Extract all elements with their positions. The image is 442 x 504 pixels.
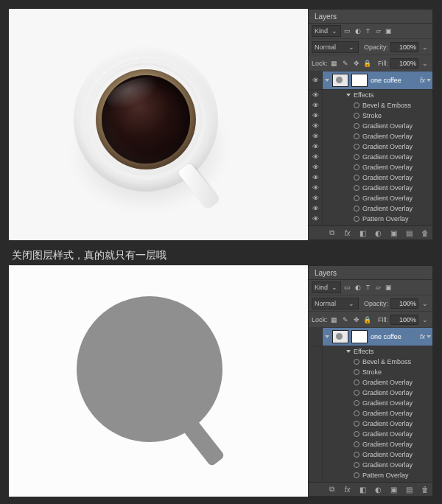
group-icon[interactable]: ▣ — [389, 485, 399, 494]
effect-item[interactable]: Gradient Overlay — [309, 377, 432, 388]
effect-toggle-icon[interactable] — [354, 359, 359, 365]
filter-smart-icon[interactable]: ▣ — [385, 27, 393, 35]
effect-item[interactable]: Pattern Overlay — [309, 470, 432, 480]
lock-move-icon[interactable]: ✥ — [352, 315, 361, 324]
effect-item[interactable]: 👁Gradient Overlay — [309, 121, 432, 131]
effect-toggle-icon[interactable] — [354, 185, 359, 191]
layer-thumb[interactable] — [332, 74, 348, 87]
effect-toggle-icon[interactable] — [354, 462, 359, 468]
effect-toggle-icon[interactable] — [354, 154, 359, 160]
layer-name[interactable]: one coffee — [371, 77, 401, 84]
expand-toggle[interactable] — [325, 335, 329, 338]
link-icon[interactable]: ⧉ — [327, 485, 337, 494]
expand-toggle[interactable] — [325, 79, 329, 82]
new-layer-icon[interactable]: ▤ — [404, 485, 414, 494]
effect-item[interactable]: 👁Gradient Overlay — [309, 203, 432, 214]
effect-toggle-icon[interactable] — [354, 400, 359, 406]
link-icon[interactable]: ⧉ — [327, 228, 337, 238]
mask-icon[interactable]: ◧ — [358, 485, 368, 494]
effect-item[interactable]: Gradient Overlay — [309, 419, 432, 429]
fill-input[interactable]: 100% — [390, 315, 418, 325]
effect-toggle-icon[interactable] — [354, 195, 359, 201]
effects-header[interactable]: 👁Effects — [309, 90, 432, 100]
fill-input[interactable]: 100% — [390, 58, 418, 69]
effect-item[interactable]: Bevel & Emboss — [309, 357, 432, 367]
layer-thumb[interactable] — [332, 330, 348, 343]
lock-all-icon[interactable]: 🔒 — [363, 315, 372, 324]
effect-item[interactable]: Gradient Overlay — [309, 460, 432, 470]
effect-toggle-icon[interactable] — [354, 369, 359, 375]
lock-brush-icon[interactable]: ✎ — [341, 315, 350, 324]
adjustment-icon[interactable]: ◐ — [373, 228, 383, 238]
lock-trans-icon[interactable]: ▦ — [330, 315, 339, 324]
effect-toggle-icon[interactable] — [354, 206, 359, 211]
effect-toggle-icon[interactable] — [354, 164, 359, 170]
layer-mask-thumb[interactable] — [351, 74, 368, 87]
filter-image-icon[interactable]: ▭ — [343, 283, 351, 292]
panel-title[interactable]: Layers — [309, 266, 432, 280]
effect-item[interactable]: 👁Pattern Overlay — [309, 214, 432, 224]
fx-button[interactable]: fx — [343, 228, 352, 238]
effects-toggle[interactable] — [346, 350, 351, 353]
filter-adjust-icon[interactable]: ◐ — [354, 27, 362, 35]
trash-icon[interactable]: 🗑 — [420, 485, 429, 494]
effect-item[interactable]: 👁Gradient Overlay — [309, 131, 432, 141]
effect-item[interactable]: Gradient Overlay — [309, 429, 432, 439]
kind-dropdown[interactable]: Kind ⌄ — [312, 25, 341, 37]
lock-all-icon[interactable]: 🔒 — [363, 59, 372, 68]
effect-toggle-icon[interactable] — [354, 379, 359, 385]
fx-button[interactable]: fx — [343, 485, 352, 494]
opacity-input[interactable]: 100% — [390, 298, 418, 309]
layer-one-coffee[interactable]: 👁one coffeefx — [309, 71, 432, 90]
layer-one-coffee[interactable]: one coffeefx — [309, 328, 432, 346]
filter-adjust-icon[interactable]: ◐ — [354, 283, 362, 292]
lock-brush-icon[interactable]: ✎ — [341, 59, 350, 68]
effect-toggle-icon[interactable] — [354, 390, 359, 396]
effect-toggle-icon[interactable] — [354, 102, 359, 108]
filter-type-icon[interactable]: T — [364, 27, 372, 35]
trash-icon[interactable]: 🗑 — [420, 228, 429, 238]
effect-item[interactable]: 👁Stroke — [309, 111, 432, 121]
effects-toggle[interactable] — [346, 94, 351, 97]
effect-item[interactable]: 👁Gradient Overlay — [309, 172, 432, 183]
visibility-icon[interactable]: 👁 — [312, 77, 319, 84]
layer-name[interactable]: one coffee — [371, 333, 401, 340]
filter-type-icon[interactable]: T — [364, 283, 372, 292]
effect-toggle-icon[interactable] — [354, 175, 359, 181]
filter-shape-icon[interactable]: ▱ — [374, 283, 382, 292]
effect-toggle-icon[interactable] — [354, 216, 359, 222]
effect-item[interactable]: 👁Gradient Overlay — [309, 152, 432, 162]
effect-toggle-icon[interactable] — [354, 431, 359, 437]
adjustment-icon[interactable]: ◐ — [373, 485, 383, 494]
effect-item[interactable]: Gradient Overlay — [309, 439, 432, 449]
effects-header[interactable]: Effects — [309, 346, 432, 357]
effect-toggle-icon[interactable] — [354, 410, 359, 416]
filter-smart-icon[interactable]: ▣ — [385, 283, 393, 292]
fx-badge[interactable]: fx — [420, 77, 432, 84]
mask-icon[interactable]: ◧ — [358, 228, 368, 238]
effect-item[interactable]: 👁Gradient Overlay — [309, 162, 432, 172]
effect-item[interactable]: 👁Bevel & Emboss — [309, 100, 432, 111]
effect-toggle-icon[interactable] — [354, 452, 359, 458]
effect-item[interactable]: Stroke — [309, 367, 432, 377]
effect-toggle-icon[interactable] — [354, 472, 359, 478]
lock-move-icon[interactable]: ✥ — [352, 59, 361, 68]
effect-toggle-icon[interactable] — [354, 421, 359, 427]
layer-mask-thumb[interactable] — [351, 330, 368, 343]
opacity-input[interactable]: 100% — [390, 42, 418, 52]
blend-mode-dropdown[interactable]: Normal ⌄ — [312, 298, 359, 309]
effect-item[interactable]: Gradient Overlay — [309, 398, 432, 408]
kind-dropdown[interactable]: Kind ⌄ — [312, 281, 341, 293]
filter-image-icon[interactable]: ▭ — [343, 27, 351, 35]
effect-item[interactable]: Gradient Overlay — [309, 449, 432, 460]
filter-shape-icon[interactable]: ▱ — [374, 27, 382, 35]
effect-toggle-icon[interactable] — [354, 113, 359, 119]
effect-item[interactable]: Gradient Overlay — [309, 408, 432, 419]
effect-item[interactable]: 👁Gradient Overlay — [309, 141, 432, 152]
effect-toggle-icon[interactable] — [354, 144, 359, 150]
effect-item[interactable]: 👁Gradient Overlay — [309, 183, 432, 193]
effect-item[interactable]: 👁Gradient Overlay — [309, 193, 432, 203]
blend-mode-dropdown[interactable]: Normal ⌄ — [312, 41, 359, 53]
effect-toggle-icon[interactable] — [354, 441, 359, 447]
panel-title[interactable]: Layers — [309, 10, 432, 24]
